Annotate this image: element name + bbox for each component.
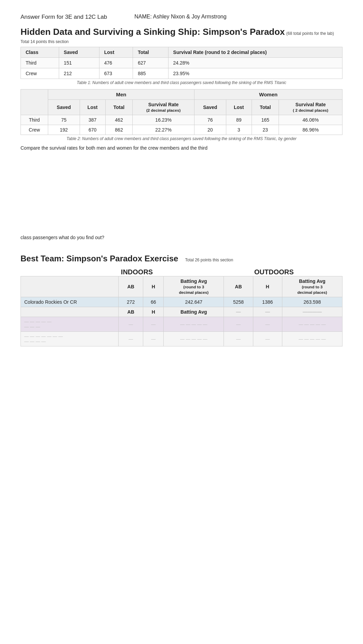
col-in-h: H [143, 276, 164, 297]
cell-class: Crew [21, 68, 59, 79]
col-out-ab: AB [224, 276, 253, 297]
col-men-rate: Survival Rate(2 decimal places) [133, 100, 194, 115]
cell-in-h: 66 [143, 297, 164, 307]
cell-men-total: 862 [105, 125, 132, 135]
col-men-total: Total [105, 100, 132, 115]
compare-text: Compare the survival rates for both men … [21, 145, 342, 151]
cell-men-total: 462 [105, 115, 132, 125]
cell-total: 885 [133, 68, 168, 79]
table1-container: Class Saved Lost Total Survival Rate (ro… [21, 47, 342, 85]
sub-out-h: — [253, 307, 282, 317]
sub-in-avg: Batting Avg [164, 307, 224, 317]
answer-space[interactable] [21, 153, 342, 194]
cell-out-ab: 5258 [224, 297, 253, 307]
table-row: Third 151 476 627 24.28% [21, 58, 342, 68]
col-women-saved: Saved [194, 100, 226, 115]
points-note: (68 total points for the lab) [286, 31, 334, 36]
outdoors-label: OUTDOORS [205, 268, 342, 276]
cell-rate: 24.28% [168, 58, 342, 68]
table1-caption: Table 1: Numbers of adult crew members a… [21, 80, 342, 85]
col-class-empty [21, 90, 48, 115]
section-labels: INDOORS OUTDOORS [21, 268, 342, 276]
col-in-ab: AB [119, 276, 143, 297]
cell-saved: 151 [59, 58, 99, 68]
col-in-avg: Batting Avg(round to 3decimal places) [164, 276, 224, 297]
cell-team-blurred: — — — — —— — — [21, 317, 119, 332]
table1: Class Saved Lost Total Survival Rate (ro… [21, 47, 342, 79]
cell-men-lost: 670 [80, 125, 105, 135]
cell-lost: 476 [99, 58, 133, 68]
sub-out-avg: ———— [282, 307, 342, 317]
cell-total: 627 [133, 58, 168, 68]
col-team [21, 276, 119, 297]
cell-men-rate: 22.27% [133, 125, 194, 135]
cell-class: Third [21, 115, 48, 125]
cell-women-saved: 20 [194, 125, 226, 135]
col-survival-rate: Survival Rate (round to 2 decimal places… [168, 47, 342, 58]
best-team-header: Best Team: Simpson's Paradox Exercise To… [21, 254, 342, 265]
cell-women-total: 23 [252, 125, 279, 135]
name-label: NAME: [134, 14, 152, 19]
cell-men-lost: 387 [80, 115, 105, 125]
name-value: Ashley Nixon & Joy Armstrong [153, 14, 226, 19]
table2-caption: Table 2: Numbers of adult crew members a… [21, 136, 342, 141]
cell-blurred: — [253, 317, 282, 332]
women-group-label: Women [194, 90, 342, 100]
name-block: NAME: Ashley Nixon & Joy Armstrong [134, 14, 226, 20]
cell-women-total: 165 [252, 115, 279, 125]
cell-blurred: — — — — — [164, 317, 224, 332]
table2-container: Men Women Saved Lost Total Survival Rate… [21, 89, 342, 141]
cell-team-light: — — — — — — —— — — — [21, 332, 119, 346]
compare-continued: class passengers what do you find out? [21, 235, 342, 240]
sub-out-ab: — [224, 307, 253, 317]
best-team-points-note: Total 26 points this section [185, 258, 233, 262]
col-women-lost: Lost [226, 100, 252, 115]
group-label-row: Men Women [21, 90, 342, 100]
page-title-block: Hidden Data and Surviving a Sinking Ship… [21, 27, 342, 37]
best-team-section: Best Team: Simpson's Paradox Exercise To… [21, 254, 342, 346]
table-row: Third 75 387 462 16.23% 76 89 165 46.06% [21, 115, 342, 125]
header: Answer Form for 3E and 12C Lab NAME: Ash… [21, 14, 342, 20]
men-group-label: Men [48, 90, 194, 100]
baseball-header-row: AB H Batting Avg(round to 3decimal place… [21, 276, 342, 297]
page-title: Hidden Data and Surviving a Sinking Ship… [21, 27, 285, 37]
cell-women-lost: 3 [226, 125, 252, 135]
col-saved: Saved [59, 47, 99, 58]
cell-out-h: 1386 [253, 297, 282, 307]
table2: Men Women Saved Lost Total Survival Rate… [21, 89, 342, 135]
cell-women-lost: 89 [226, 115, 252, 125]
col-men-lost: Lost [80, 100, 105, 115]
col-lost: Lost [99, 47, 133, 58]
col-out-avg: Batting Avg(round to 3decimal places) [282, 276, 342, 297]
col-total: Total [133, 47, 168, 58]
baseball-blurred-row: — — — — —— — — — — — — — — — — — — — — —… [21, 317, 342, 332]
col-class: Class [21, 47, 59, 58]
col-women-total: Total [252, 100, 279, 115]
table-row: Crew 192 670 862 22.27% 20 3 23 86.96% [21, 125, 342, 135]
cell-out-avg: 263.598 [282, 297, 342, 307]
baseball-cr-row: Colorado Rockies Or CR 272 66 242.647 52… [21, 297, 342, 307]
answer-form-label: Answer Form for 3E and 12C Lab [21, 14, 107, 20]
cell-women-saved: 76 [194, 115, 226, 125]
cell-men-saved: 75 [48, 115, 80, 125]
cell-team: Colorado Rockies Or CR [21, 297, 119, 307]
cell-men-saved: 192 [48, 125, 80, 135]
best-team-title: Best Team: Simpson's Paradox Exercise [21, 254, 178, 263]
table2-subheader-row: Saved Lost Total Survival Rate(2 decimal… [21, 100, 342, 115]
cell-saved: 212 [59, 68, 99, 79]
cell-women-rate: 86.96% [279, 125, 342, 135]
indoors-label: INDOORS [68, 268, 205, 276]
baseball-light-row: — — — — — — —— — — — — — — — — — — — — —… [21, 332, 342, 346]
cell-men-rate: 16.23% [133, 115, 194, 125]
cell-blurred: — [119, 317, 143, 332]
cell-blurred: — [143, 317, 164, 332]
cell-class: Crew [21, 125, 48, 135]
section-note: Total 14 points this section [21, 39, 342, 44]
sub-team-empty [21, 307, 119, 317]
table-row: Crew 212 673 885 23.95% [21, 68, 342, 79]
cell-class: Third [21, 58, 59, 68]
col-men-saved: Saved [48, 100, 80, 115]
cell-blurred: — — — — — [282, 317, 342, 332]
sub-in-ab: AB [119, 307, 143, 317]
team-label-spacer [21, 268, 68, 276]
